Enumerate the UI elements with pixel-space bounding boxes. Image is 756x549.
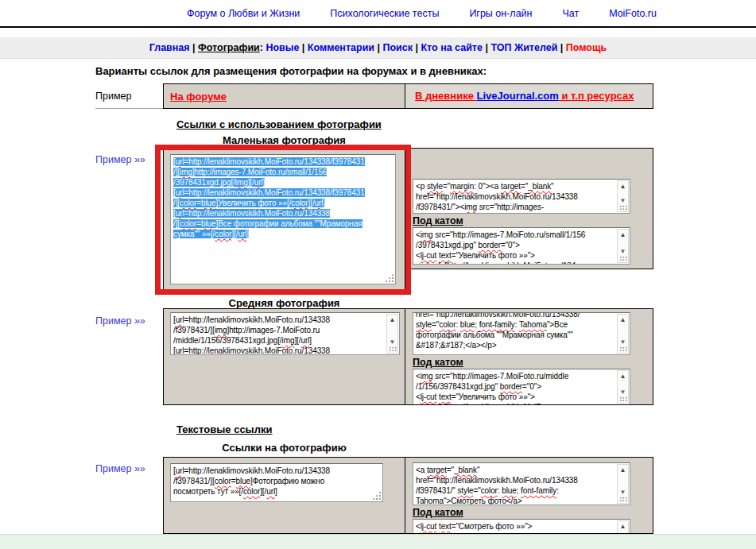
page: Форум о Любви и ЖизниПсихологические тес… <box>0 0 756 549</box>
resize-grip[interactable] <box>619 497 627 502</box>
scroll-up-icon[interactable]: ▲ <box>618 523 628 531</box>
scroll-down-icon[interactable]: ▼ <box>618 389 628 396</box>
textarea-scrollbar[interactable]: ▲▼ <box>617 229 629 263</box>
cell-diary-text: <a target="_blank" href="http://lenaklim… <box>405 457 653 534</box>
subnav-link[interactable]: ТОП Жителей <box>490 42 557 53</box>
resize-grip[interactable] <box>389 346 397 352</box>
textarea-scrollbar[interactable]: ▲▼ <box>617 464 629 504</box>
subnav-separator: | <box>299 42 307 53</box>
textarea-scrollbar[interactable]: ▲▼ <box>617 314 629 354</box>
subnav-separator: | <box>413 42 421 53</box>
subnav-link[interactable]: Помощь <box>566 42 607 53</box>
subsection-photo-links: Ссылки на фотографию <box>163 442 405 454</box>
scroll-down-icon[interactable]: ▼ <box>618 489 628 496</box>
lj-code-text-text: <a target="_blank" href="http://lenaklim… <box>416 465 615 505</box>
textarea-scrollbar[interactable]: ▲▼ <box>617 180 629 212</box>
forum-link[interactable]: На форуме <box>170 91 227 102</box>
scroll-up-icon[interactable]: ▲ <box>618 373 628 381</box>
topnav-link[interactable]: Психологические тесты <box>330 8 439 19</box>
top-navigation: Форум о Любви и ЖизниПсихологические тес… <box>0 0 756 26</box>
header-example-label: Пример <box>95 83 163 109</box>
lj-code-small-text: <p style="margin: 0"><a target="_blank" … <box>416 181 615 213</box>
subnav-separator: | <box>190 42 198 53</box>
forum-code-middle-text: [url=http://lenaklimovskikh.MoiFoto.ru/1… <box>173 315 385 354</box>
example-label-text[interactable]: Пример »» <box>95 463 145 474</box>
topnav-link[interactable]: Игры он-лайн <box>469 8 532 19</box>
forum-code-small-textarea[interactable]: [url=http://lenaklimovskikh.MoiFoto.ru/1… <box>170 154 396 284</box>
example-label-middle[interactable]: Пример »» <box>95 315 145 327</box>
subsection-middle-photo: Средняя фотография <box>163 297 405 309</box>
textarea-scrollbar[interactable]: ▲ <box>617 520 629 534</box>
subnav-separator: | <box>374 42 382 53</box>
subnav-link[interactable]: Фотографии <box>198 42 260 53</box>
livejournal-link[interactable]: LiveJournal.com <box>477 90 559 102</box>
lj-cut-code-middle-textarea[interactable]: <img src="http://images-7.MoiFoto.ru/mid… <box>413 369 630 405</box>
cell-forum-small: [url=http://lenaklimovskikh.MoiFoto.ru/1… <box>163 148 405 290</box>
cell-diary-middle: href="http://lenaklimovskikh.MoiFoto.ru/… <box>405 308 653 405</box>
header-cell-forum: На форуме <box>163 83 405 109</box>
subnav-link[interactable]: Новые <box>266 42 299 53</box>
top-divider <box>0 26 756 28</box>
forum-code-small-text: [url=http://lenaklimovskikh.MoiFoto.ru/1… <box>173 157 365 238</box>
scroll-down-icon[interactable]: ▼ <box>618 198 628 204</box>
textarea-scrollbar[interactable]: ▲▼ <box>386 314 398 354</box>
topnav-link[interactable]: Форум о Любви и Жизни <box>187 8 300 19</box>
resize-grip[interactable] <box>619 346 627 352</box>
subnav-separator: | <box>557 42 565 53</box>
example-label-small[interactable]: Пример »» <box>95 154 145 165</box>
subnav-link[interactable]: Поиск <box>382 42 413 53</box>
section-links-with-photo: Ссылки с использованием фотографии <box>176 118 382 130</box>
scroll-up-icon[interactable]: ▲ <box>618 466 628 474</box>
diary-label-suffix[interactable]: и т.п ресурсах <box>559 90 634 102</box>
cell-forum-text: [url=http://lenaklimovskikh.MoiFoto.ru/1… <box>163 457 405 534</box>
subnav-separator: | <box>483 42 490 53</box>
resize-grip[interactable] <box>619 205 627 211</box>
lj-code-middle-text: href="http://lenaklimovskikh.MoiFoto.ru/… <box>416 312 615 354</box>
resize-grip[interactable] <box>619 256 627 261</box>
lj-cut-code-text-textarea[interactable]: <lj-cut text="Смотреть фото »»"> <img sr… <box>413 519 630 534</box>
footer-band <box>0 534 756 549</box>
section-text-links: Текстовые ссылки <box>176 423 272 435</box>
under-cut-label: Под катом <box>413 357 463 368</box>
scroll-down-icon[interactable]: ▼ <box>387 339 397 346</box>
topnav-link[interactable]: MoiFoto.ru <box>609 8 657 19</box>
subnav-link[interactable]: Главная <box>149 42 190 53</box>
scroll-up-icon[interactable]: ▲ <box>387 316 397 324</box>
subsection-small-photo: Маленькая фотография <box>163 134 405 146</box>
header-cell-diary: В дневнике LiveJournal.com и т.п ресурса… <box>405 83 653 109</box>
page-title: Варианты ссылок для размещения фотографи… <box>95 65 487 77</box>
subnav-link[interactable]: Кто на сайте <box>421 42 482 53</box>
scroll-up-icon[interactable]: ▲ <box>618 183 628 191</box>
topnav-link[interactable]: Чат <box>562 8 579 19</box>
forum-code-text-text: [url=http://lenaklimovskikh.MoiFoto.ru/1… <box>173 466 380 501</box>
under-cut-label: Под катом <box>413 507 463 518</box>
scroll-down-icon[interactable]: ▼ <box>618 249 628 255</box>
scroll-up-icon[interactable]: ▲ <box>618 231 628 239</box>
under-cut-label: Под катом <box>413 215 463 226</box>
forum-code-middle-textarea[interactable]: [url=http://lenaklimovskikh.MoiFoto.ru/1… <box>170 312 400 355</box>
diary-label-prefix[interactable]: В дневнике <box>415 90 477 102</box>
textarea-scrollbar[interactable]: ▲▼ <box>617 370 629 404</box>
cell-forum-middle: [url=http://lenaklimovskikh.MoiFoto.ru/1… <box>163 308 405 405</box>
cell-diary-small: <p style="margin: 0"><a target="_blank" … <box>405 148 653 269</box>
subnav-link[interactable]: Комментарии <box>308 42 374 53</box>
scroll-down-icon[interactable]: ▼ <box>618 339 628 346</box>
lj-cut-code-small-text: <img src="http://images-7.MoiFoto.ru/sma… <box>416 230 615 264</box>
scroll-up-icon[interactable]: ▲ <box>618 316 628 324</box>
forum-code-text-textarea[interactable]: [url=http://lenaklimovskikh.MoiFoto.ru/1… <box>170 463 383 502</box>
lj-cut-code-small-textarea[interactable]: <img src="http://images-7.MoiFoto.ru/sma… <box>413 227 630 265</box>
secondary-navigation: Главная | Фотографии: Новые | Комментари… <box>0 37 756 59</box>
lj-cut-code-text-text: <lj-cut text="Смотреть фото »»"> <img sr… <box>416 521 615 534</box>
resize-grip[interactable] <box>619 396 627 402</box>
lj-cut-code-middle-text: <img src="http://images-7.MoiFoto.ru/mid… <box>416 371 615 404</box>
lj-code-text-textarea[interactable]: <a target="_blank" href="http://lenaklim… <box>413 462 630 505</box>
lj-code-middle-textarea[interactable]: href="http://lenaklimovskikh.MoiFoto.ru/… <box>413 312 630 355</box>
lj-code-small-textarea[interactable]: <p style="margin: 0"><a target="_blank" … <box>413 179 630 214</box>
